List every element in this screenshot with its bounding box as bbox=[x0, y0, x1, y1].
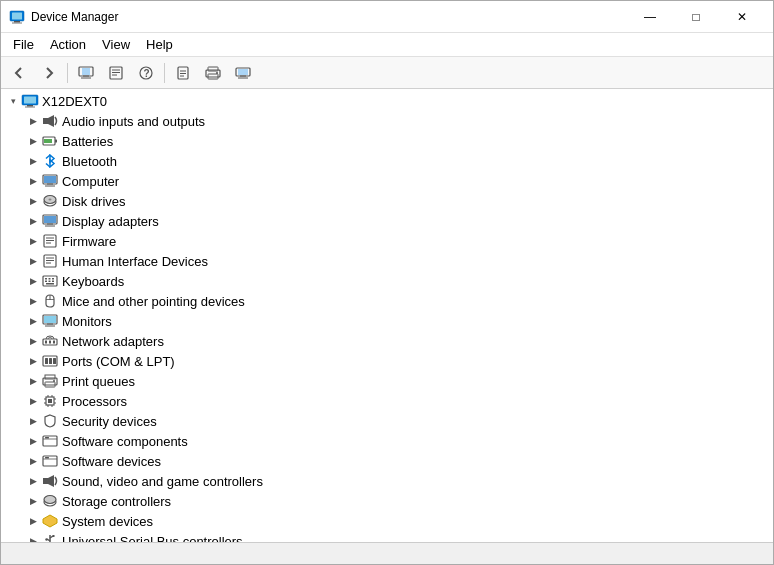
list-item[interactable]: ▶ Print queues bbox=[1, 371, 773, 391]
svg-rect-64 bbox=[52, 281, 54, 283]
network-adapters-icon bbox=[41, 333, 59, 349]
item-label: Audio inputs and outputs bbox=[62, 114, 205, 129]
svg-rect-62 bbox=[45, 281, 47, 283]
menu-help[interactable]: Help bbox=[138, 35, 181, 54]
item-label: Mice and other pointing devices bbox=[62, 294, 245, 309]
expand-icon: ▶ bbox=[25, 253, 41, 269]
expand-icon: ▶ bbox=[25, 453, 41, 469]
list-item[interactable]: ▶ Bluetooth bbox=[1, 151, 773, 171]
bluetooth-icon bbox=[41, 153, 59, 169]
monitors-icon bbox=[41, 313, 59, 329]
svg-point-45 bbox=[49, 199, 52, 201]
batteries-icon bbox=[41, 133, 59, 149]
toolbar: ? bbox=[1, 57, 773, 89]
toolbar-properties[interactable] bbox=[102, 60, 130, 86]
list-item[interactable]: ▶ Firmware bbox=[1, 231, 773, 251]
audio-icon bbox=[41, 113, 59, 129]
svg-rect-2 bbox=[14, 21, 20, 23]
list-item[interactable]: ▶ Network adapters bbox=[1, 331, 773, 351]
list-item[interactable]: ▶ Processors bbox=[1, 391, 773, 411]
menu-action[interactable]: Action bbox=[42, 35, 94, 54]
list-item[interactable]: ▶ Computer bbox=[1, 171, 773, 191]
list-item[interactable]: ▶ Software devices bbox=[1, 451, 773, 471]
content-wrapper: ▾ X12DEXT0 ▶ Audio inputs and outputs ▶ bbox=[1, 89, 773, 542]
expand-icon: ▶ bbox=[25, 293, 41, 309]
app-icon bbox=[9, 9, 25, 25]
item-label: Disk drives bbox=[62, 194, 126, 209]
svg-rect-100 bbox=[43, 478, 48, 484]
expand-icon: ▶ bbox=[25, 473, 41, 489]
item-label: Monitors bbox=[62, 314, 112, 329]
menu-view[interactable]: View bbox=[94, 35, 138, 54]
expand-icon: ▶ bbox=[25, 353, 41, 369]
svg-rect-1 bbox=[12, 12, 22, 19]
menu-bar: File Action View Help bbox=[1, 33, 773, 57]
list-item[interactable]: ▶ Disk drives bbox=[1, 191, 773, 211]
svg-point-103 bbox=[44, 496, 56, 504]
item-label: Display adapters bbox=[62, 214, 159, 229]
firmware-icon bbox=[41, 233, 59, 249]
list-item[interactable]: ▶ Security devices bbox=[1, 411, 773, 431]
title-bar-controls: — □ ✕ bbox=[627, 1, 765, 33]
svg-rect-27 bbox=[24, 97, 36, 104]
list-item[interactable]: ▶ Universal Serial Bus controllers bbox=[1, 531, 773, 542]
software-devices-icon bbox=[41, 453, 59, 469]
expand-icon: ▶ bbox=[25, 153, 41, 169]
close-button[interactable]: ✕ bbox=[719, 1, 765, 33]
list-item[interactable]: ▶ Audio inputs and outputs bbox=[1, 111, 773, 131]
toolbar-back[interactable] bbox=[5, 60, 33, 86]
menu-file[interactable]: File bbox=[5, 35, 42, 54]
expand-icon: ▶ bbox=[25, 393, 41, 409]
security-devices-icon bbox=[41, 413, 59, 429]
item-label: Bluetooth bbox=[62, 154, 117, 169]
tree-root[interactable]: ▾ X12DEXT0 bbox=[1, 91, 773, 111]
maximize-button[interactable]: □ bbox=[673, 1, 719, 33]
window: Device Manager — □ ✕ File Action View He… bbox=[0, 0, 774, 565]
list-item[interactable]: ▶ System devices bbox=[1, 511, 773, 531]
item-label: Software components bbox=[62, 434, 188, 449]
disk-drives-icon bbox=[41, 193, 59, 209]
toolbar-device-mgr[interactable] bbox=[229, 60, 257, 86]
svg-point-21 bbox=[216, 72, 218, 74]
expand-icon: ▶ bbox=[25, 273, 41, 289]
svg-rect-28 bbox=[27, 105, 33, 107]
expand-icon: ▶ bbox=[25, 373, 41, 389]
system-devices-icon bbox=[41, 513, 59, 529]
toolbar-computer[interactable] bbox=[72, 60, 100, 86]
toolbar-print[interactable] bbox=[199, 60, 227, 86]
list-item[interactable]: ▶ Keyboards bbox=[1, 271, 773, 291]
list-item[interactable]: ▶ Ports (COM & LPT) bbox=[1, 351, 773, 371]
svg-rect-29 bbox=[25, 107, 35, 108]
list-item[interactable]: ▶ Sound, video and game controllers bbox=[1, 471, 773, 491]
toolbar-driver-details[interactable] bbox=[169, 60, 197, 86]
expand-icon: ▶ bbox=[25, 313, 41, 329]
item-label: Batteries bbox=[62, 134, 113, 149]
list-item[interactable]: ▶ Mice and other pointing devices bbox=[1, 291, 773, 311]
svg-rect-33 bbox=[44, 139, 52, 143]
svg-rect-65 bbox=[46, 283, 54, 285]
svg-rect-40 bbox=[44, 176, 56, 183]
svg-rect-74 bbox=[49, 341, 51, 344]
item-label: Security devices bbox=[62, 414, 157, 429]
expand-icon: ▶ bbox=[25, 513, 41, 529]
processors-icon bbox=[41, 393, 59, 409]
list-item[interactable]: ▶ Monitors bbox=[1, 311, 773, 331]
svg-rect-79 bbox=[53, 358, 56, 364]
svg-marker-101 bbox=[48, 475, 54, 487]
toolbar-forward[interactable] bbox=[35, 60, 63, 86]
sound-video-icon bbox=[41, 473, 59, 489]
minimize-button[interactable]: — bbox=[627, 1, 673, 33]
list-item[interactable]: ▶ Batteries bbox=[1, 131, 773, 151]
list-item[interactable]: ▶ Storage controllers bbox=[1, 491, 773, 511]
hid-icon bbox=[41, 253, 59, 269]
svg-rect-59 bbox=[45, 278, 47, 280]
keyboards-icon bbox=[41, 273, 59, 289]
list-item[interactable]: ▶ Software components bbox=[1, 431, 773, 451]
toolbar-divider-2 bbox=[164, 63, 165, 83]
root-label: X12DEXT0 bbox=[42, 94, 107, 109]
toolbar-help[interactable]: ? bbox=[132, 60, 160, 86]
expand-icon: ▶ bbox=[25, 493, 41, 509]
list-item[interactable]: ▶ Display adapters bbox=[1, 211, 773, 231]
expand-icon: ▶ bbox=[25, 213, 41, 229]
list-item[interactable]: ▶ Human Interface Devices bbox=[1, 251, 773, 271]
